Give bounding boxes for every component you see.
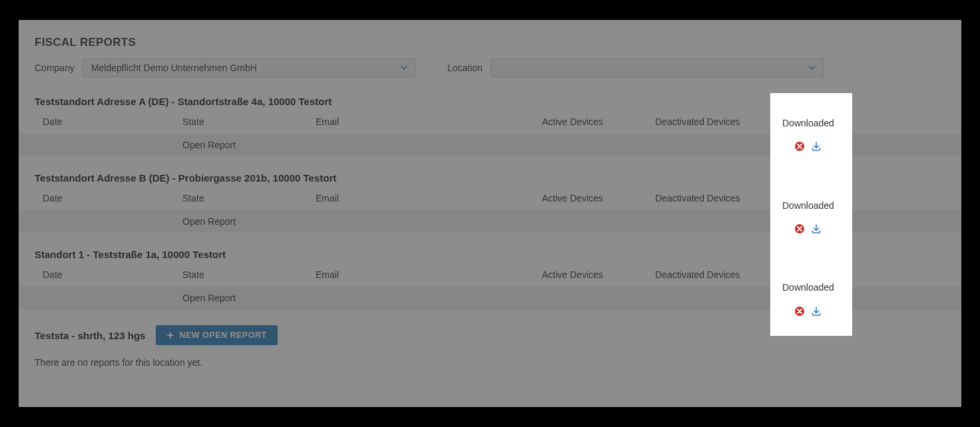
th-email: Email — [316, 193, 542, 204]
reports-table: Date State Email Active Devices Deactiva… — [19, 114, 961, 156]
chevron-down-icon — [400, 64, 408, 72]
location-section: Standort 1 - Teststraße 1a, 10000 Testor… — [19, 249, 961, 309]
table-row: Open Report — [19, 287, 961, 309]
th-deactivated-devices: Deactivated Devices — [655, 193, 775, 204]
table-header-row: Date State Email Active Devices Deactiva… — [19, 114, 961, 134]
th-date: Date — [43, 269, 182, 280]
location-filter-group: Location — [447, 59, 824, 77]
reports-table: Date State Email Active Devices Deactiva… — [19, 267, 961, 309]
th-state: State — [182, 116, 316, 127]
cell-state: Open Report — [182, 216, 316, 227]
new-open-report-label: NEW OPEN REPORT — [179, 331, 266, 340]
table-header-row: Date State Email Active Devices Deactiva… — [19, 267, 961, 287]
company-filter-group: Company Meldepflicht Demo Unternehmen Gm… — [35, 59, 415, 77]
th-downloaded: Downloaded — [775, 193, 895, 204]
location-section: Teststandort Adresse B (DE) - Probiergas… — [19, 172, 961, 233]
th-downloaded: Downloaded — [775, 269, 895, 280]
plus-icon: + — [166, 329, 174, 341]
th-email: Email — [316, 269, 542, 280]
chevron-down-icon — [808, 64, 816, 72]
th-downloaded: Downloaded — [775, 116, 895, 127]
th-deactivated-devices: Deactivated Devices — [655, 116, 775, 127]
th-active-devices: Active Devices — [542, 269, 655, 280]
table-row: Open Report — [19, 210, 961, 233]
th-date: Date — [43, 116, 182, 127]
th-state: State — [182, 269, 316, 280]
th-email: Email — [316, 116, 542, 127]
empty-reports-message: There are no reports for this location y… — [19, 352, 961, 368]
location-section-title: Teststandort Adresse A (DE) - Standortst… — [19, 96, 961, 107]
new-open-report-button[interactable]: + NEW OPEN REPORT — [156, 325, 277, 345]
page-container: FISCAL REPORTS Company Meldepflicht Demo… — [19, 20, 961, 407]
location-select[interactable] — [491, 59, 824, 77]
th-active-devices: Active Devices — [542, 116, 655, 127]
company-label: Company — [35, 63, 75, 73]
th-active-devices: Active Devices — [542, 193, 655, 204]
filters-row: Company Meldepflicht Demo Unternehmen Gm… — [19, 59, 961, 77]
location-section: Teststandort Adresse A (DE) - Standortst… — [19, 96, 961, 156]
th-date: Date — [43, 193, 182, 204]
cell-state: Open Report — [182, 293, 316, 303]
location-section-title: Teststandort Adresse B (DE) - Probiergas… — [19, 172, 961, 184]
location-section-title-row: Teststa - shrth, 123 hgs + NEW OPEN REPO… — [19, 325, 961, 345]
reports-table: Date State Email Active Devices Deactiva… — [19, 190, 961, 233]
page-title: FISCAL REPORTS — [19, 36, 961, 49]
location-section-title: Teststa - shrth, 123 hgs — [35, 330, 145, 341]
company-select[interactable]: Meldepflicht Demo Unternehmen GmbH — [83, 59, 415, 77]
location-section-title: Standort 1 - Teststraße 1a, 10000 Testor… — [19, 249, 961, 260]
location-section-empty: Teststa - shrth, 123 hgs + NEW OPEN REPO… — [19, 325, 961, 368]
th-state: State — [182, 193, 316, 204]
table-row: Open Report — [19, 134, 961, 156]
location-label: Location — [447, 63, 483, 73]
th-deactivated-devices: Deactivated Devices — [655, 269, 775, 280]
company-select-value: Meldepflicht Demo Unternehmen GmbH — [91, 63, 257, 73]
cell-state: Open Report — [182, 140, 316, 150]
table-header-row: Date State Email Active Devices Deactiva… — [19, 190, 961, 210]
